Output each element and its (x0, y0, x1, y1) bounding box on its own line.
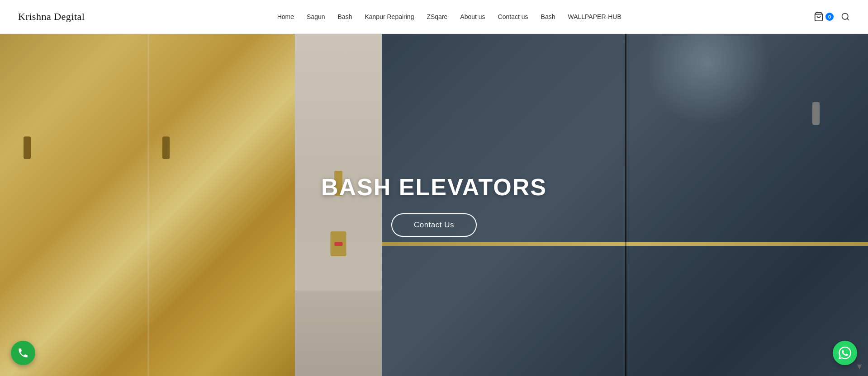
floating-phone-button[interactable] (11, 341, 35, 365)
nav-wallpaper-hub[interactable]: WALLPAPER-HUB (568, 13, 621, 20)
nav-zsqare[interactable]: ZSqare (427, 13, 447, 20)
whatsapp-icon (839, 347, 851, 359)
site-logo[interactable]: Krishna Degital (18, 11, 85, 23)
svg-line-2 (847, 19, 849, 20)
cart-badge: 0 (825, 13, 834, 21)
phone-icon (17, 347, 29, 359)
floating-whatsapp-button[interactable] (833, 341, 857, 365)
hero-section: BASH ELEVATORS Contact Us (0, 34, 868, 376)
header: Krishna Degital Home Sagun Bash Kanpur R… (0, 0, 868, 34)
header-actions: 0 (814, 12, 850, 22)
nav-bash2[interactable]: Bash (541, 13, 555, 20)
nav-about-us[interactable]: About us (460, 13, 485, 20)
hero-content: BASH ELEVATORS Contact Us (321, 174, 547, 237)
nav-kanpur-repairing[interactable]: Kanpur Repairing (365, 13, 414, 20)
scroll-indicator[interactable]: ▼ (855, 362, 863, 371)
nav-contact-us[interactable]: Contact us (498, 13, 528, 20)
nav-sagun[interactable]: Sagun (307, 13, 325, 20)
search-icon[interactable] (841, 12, 850, 21)
cart-button[interactable]: 0 (814, 12, 834, 22)
svg-point-1 (842, 14, 848, 19)
cart-icon (814, 12, 824, 22)
nav-bash[interactable]: Bash (338, 13, 352, 20)
hero-title: BASH ELEVATORS (321, 174, 547, 201)
contact-us-button[interactable]: Contact Us (391, 213, 477, 237)
main-nav: Home Sagun Bash Kanpur Repairing ZSqare … (277, 13, 621, 20)
nav-home[interactable]: Home (277, 13, 294, 20)
